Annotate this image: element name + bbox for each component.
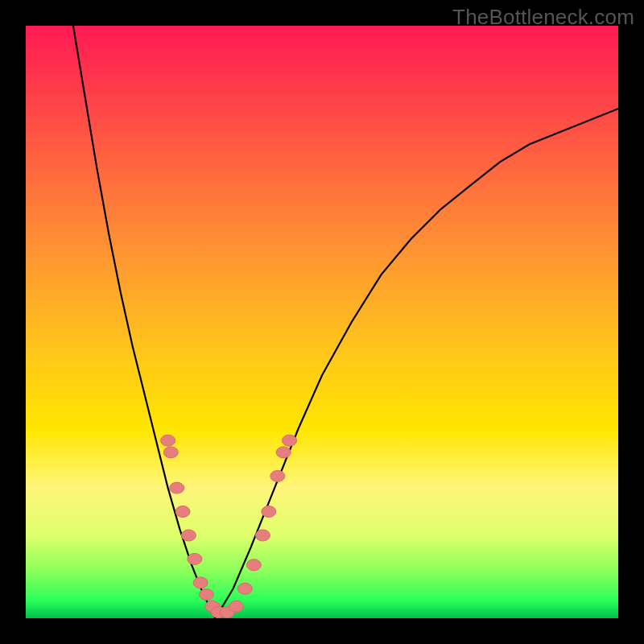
curve-layer <box>26 26 618 618</box>
plot-area <box>26 26 618 618</box>
data-marker <box>161 435 175 446</box>
data-marker <box>276 447 291 458</box>
data-marker <box>262 506 276 518</box>
data-marker <box>237 583 252 594</box>
data-marker <box>170 482 184 493</box>
data-marker <box>163 447 178 458</box>
data-marker <box>246 559 261 571</box>
data-marker <box>193 577 208 588</box>
right-branch-curve <box>216 109 619 618</box>
chart-frame: TheBottleneck.com <box>0 0 644 644</box>
data-marker <box>255 530 270 541</box>
data-marker <box>175 506 190 518</box>
data-marker <box>283 435 297 446</box>
data-marker <box>270 470 285 481</box>
data-marker <box>188 553 202 564</box>
left-branch-curve <box>73 26 216 618</box>
data-markers <box>161 435 297 617</box>
data-marker <box>200 589 214 601</box>
data-marker <box>181 530 196 541</box>
data-marker <box>229 601 243 612</box>
